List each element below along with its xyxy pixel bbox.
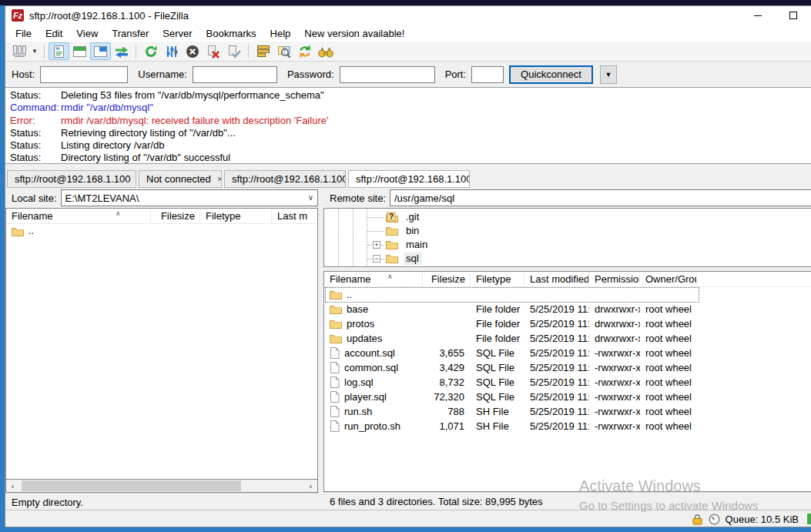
- cell-modified: [524, 287, 589, 302]
- log-entry-label: Error:: [5, 115, 61, 127]
- tab-label: sftp://root@192.168.1.100: [356, 173, 470, 185]
- expand-icon[interactable]: +: [373, 241, 380, 249]
- toggle-remote-tree-button[interactable]: [90, 42, 111, 60]
- file-row-updates[interactable]: updatesFile folder5/25/2019 11:0...drwxr…: [324, 331, 811, 346]
- column-header-filesize[interactable]: Filesize: [151, 209, 200, 223]
- message-log: Status:Deleting 53 files from "/var/db/m…: [5, 87, 811, 164]
- local-status-text: Empty directory.: [5, 493, 318, 510]
- tree-item-label: main: [404, 239, 430, 251]
- file-row-run-proto-sh[interactable]: run_proto.sh1,071SH File5/25/2019 11:0..…: [324, 419, 811, 433]
- menu-transfer[interactable]: Transfer: [105, 26, 156, 41]
- tab-2-not-connected[interactable]: Not connected×: [139, 170, 222, 188]
- remote-site-combo[interactable]: /usr/game/sql: [390, 189, 811, 206]
- quickconnect-dropdown-button[interactable]: ▼: [600, 65, 617, 84]
- filename-text: protos: [347, 316, 374, 331]
- file-row-account-sql[interactable]: account.sql3,655SQL File5/25/2019 11:0..…: [324, 346, 811, 360]
- minimize-button[interactable]: [740, 6, 776, 25]
- cancel-button[interactable]: [182, 42, 203, 60]
- site-manager-dropdown-button[interactable]: ▼: [29, 42, 40, 60]
- site-manager-button[interactable]: [8, 42, 29, 60]
- tab-4-sftp-root-192-168-1-100[interactable]: sftp://root@192.168.1.100×: [348, 170, 470, 188]
- find-button[interactable]: [315, 42, 336, 60]
- password-input[interactable]: [340, 66, 435, 83]
- file-icon: [330, 406, 340, 417]
- chevron-down-icon[interactable]: ∨: [308, 193, 313, 202]
- filter-icon: [256, 45, 270, 58]
- remote-status-text: 6 files and 3 directories. Total size: 8…: [323, 492, 811, 509]
- collapse-icon[interactable]: −: [373, 255, 380, 263]
- maximize-button[interactable]: [776, 6, 811, 25]
- cell-permissions: -rwxrwxr-x: [589, 375, 640, 390]
- column-header-filename[interactable]: Filename∧: [6, 209, 151, 223]
- reconnect-button[interactable]: [223, 42, 244, 60]
- column-header-last-modified[interactable]: Last modified: [524, 272, 589, 286]
- file-row-common-sql[interactable]: common.sql3,429SQL File5/25/2019 11:0...…: [324, 360, 811, 375]
- toggle-log-icon: [52, 45, 65, 59]
- menu-edit[interactable]: Edit: [39, 26, 69, 41]
- tab-close-icon[interactable]: ×: [211, 173, 222, 185]
- menu-bookmarks[interactable]: Bookmarks: [199, 26, 263, 41]
- file-row-run-sh[interactable]: run.sh788SH File5/25/2019 11:0...-rwxrwx…: [324, 404, 811, 419]
- process-queue-button[interactable]: [161, 42, 182, 60]
- folder-icon: [12, 226, 24, 236]
- toggle-log-button[interactable]: [49, 42, 69, 60]
- gauge-icon: [709, 514, 720, 525]
- scroll-left-icon[interactable]: ‹: [6, 480, 19, 492]
- remote-site-label: Remote site:: [323, 192, 386, 204]
- tab-3-sftp-root-192-168-1-100[interactable]: sftp://root@192.168.1.100×: [224, 170, 346, 188]
- tab-1-sftp-root-192-168-1-100[interactable]: sftp://root@192.168.1.100×: [7, 170, 136, 188]
- port-input[interactable]: [471, 66, 504, 83]
- quickconnect-button[interactable]: Quickconnect: [509, 65, 593, 84]
- username-label: Username:: [138, 69, 187, 80]
- menu-new-version-available[interactable]: New version available!: [297, 26, 411, 41]
- tree-item-main[interactable]: +main: [324, 238, 811, 252]
- column-header-filename[interactable]: Filename∧: [324, 272, 423, 286]
- file-row-protos[interactable]: protosFile folder5/25/2019 11:0...drwxrw…: [324, 316, 811, 331]
- toggle-local-tree-button[interactable]: [69, 42, 90, 60]
- toggle-queue-button[interactable]: [111, 42, 132, 60]
- menu-server[interactable]: Server: [156, 26, 199, 41]
- menu-help[interactable]: Help: [263, 26, 298, 41]
- column-header-last-m[interactable]: Last m: [272, 209, 318, 223]
- file-row-item[interactable]: ..: [324, 287, 811, 302]
- menu-file[interactable]: File: [8, 26, 39, 41]
- reconnect-icon: [227, 45, 241, 59]
- refresh-icon: [144, 45, 158, 59]
- queue-status-icon: [807, 514, 811, 524]
- sync-browse-button[interactable]: [294, 42, 315, 60]
- column-header-permissions[interactable]: Permissions: [589, 272, 640, 286]
- filezilla-window: Fz sftp://root@192.168.1.100 - FileZilla…: [5, 5, 811, 527]
- tab-close-icon[interactable]: ×: [131, 173, 136, 185]
- compare-button[interactable]: [273, 42, 294, 60]
- filter-button[interactable]: [253, 42, 273, 60]
- local-horizontal-scrollbar[interactable]: ‹ ›: [5, 480, 318, 493]
- folder-icon: [330, 289, 342, 299]
- menu-view[interactable]: View: [69, 26, 105, 41]
- file-row-item[interactable]: ..: [6, 224, 317, 238]
- column-header-filetype[interactable]: Filetype: [200, 209, 272, 223]
- cell-name: account.sql: [324, 346, 423, 360]
- tab-label: Not connected: [146, 173, 211, 185]
- cancel-icon: [186, 45, 199, 59]
- file-row-base[interactable]: baseFile folder5/25/2019 11:0...drwxrwxr…: [324, 302, 811, 316]
- file-icon: [330, 376, 340, 388]
- file-row-player-sql[interactable]: player.sql72,320SQL File5/25/2019 11:0..…: [324, 390, 811, 404]
- refresh-button[interactable]: [140, 42, 161, 60]
- disconnect-button[interactable]: [203, 42, 223, 60]
- column-header-filesize[interactable]: Filesize: [423, 272, 471, 286]
- tree-item-sql[interactable]: −sql: [324, 252, 811, 266]
- scroll-right-icon[interactable]: ›: [304, 480, 317, 492]
- column-header-filetype[interactable]: Filetype: [471, 272, 524, 286]
- file-row-log-sql[interactable]: log.sql8,732SQL File5/25/2019 11:0...-rw…: [324, 375, 811, 390]
- column-header-owner-group[interactable]: Owner/Group: [640, 272, 697, 286]
- username-input[interactable]: [193, 66, 277, 83]
- tree-item-git[interactable]: ?.git: [324, 210, 811, 224]
- remote-site-row: Remote site: /usr/game/sql: [323, 188, 811, 208]
- cell-type: SQL File: [471, 346, 524, 360]
- host-input[interactable]: [40, 66, 128, 83]
- tree-item-bin[interactable]: bin: [324, 224, 811, 238]
- cell-type: File folder: [471, 302, 524, 316]
- local-site-combo[interactable]: E:\MT2LEVANA\ ∨: [61, 189, 318, 206]
- window-title: sftp://root@192.168.1.100 - FileZilla: [29, 10, 189, 22]
- scrollbar-thumb[interactable]: [22, 480, 241, 491]
